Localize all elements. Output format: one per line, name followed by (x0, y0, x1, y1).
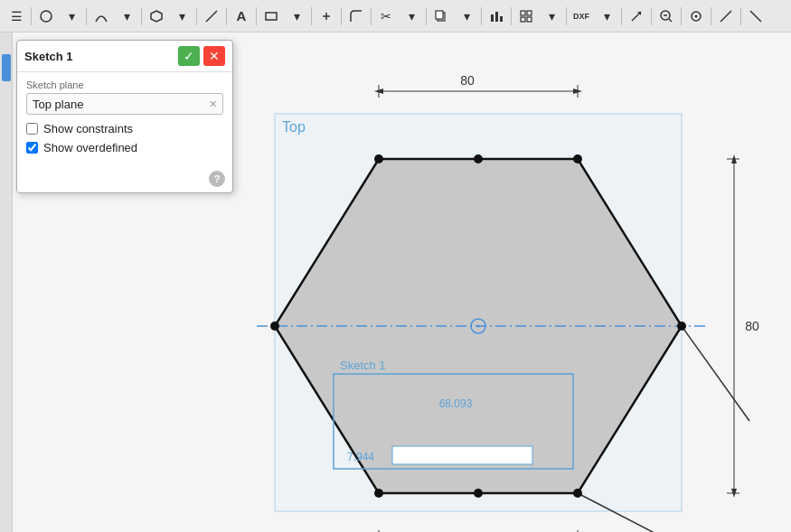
sketch-box-label: Sketch 1 (340, 359, 386, 372)
toolbar: ☰ ▾ ▾ ▾ A ▾ (0, 0, 791, 33)
value-7: 7.944 (347, 451, 374, 463)
dropdown-arrow-1[interactable]: ▾ (59, 4, 84, 29)
vertex-3 (474, 154, 483, 163)
svg-rect-9 (495, 12, 498, 22)
sketch-plane-value: Top plane (33, 98, 210, 111)
show-constraints-row: Show constraints (26, 122, 223, 135)
polygon-tool[interactable] (144, 4, 169, 29)
sketch-panel: Sketch 1 ✓ ✕ Sketch plane Top plane × Sh… (16, 40, 233, 193)
sketch-plane-field[interactable]: Top plane × (26, 93, 223, 115)
dxf-tool[interactable]: DXF (569, 4, 594, 29)
dropdown-arrow-3[interactable]: ▾ (169, 4, 194, 29)
vertex-7 (374, 489, 383, 498)
view-label: Top (282, 119, 306, 135)
separator-11 (481, 7, 482, 25)
vertex-6 (474, 489, 483, 498)
line-tool[interactable] (199, 4, 224, 29)
separator-3 (141, 7, 142, 25)
panel-body: Sketch plane Top plane × Show constraint… (17, 72, 232, 167)
copy-tool[interactable] (428, 4, 454, 29)
slash-tool[interactable] (713, 4, 739, 29)
menu-icon[interactable]: ☰ (4, 4, 29, 29)
left-sidebar (0, 33, 13, 532)
show-overdefined-checkbox[interactable] (26, 142, 38, 154)
panel-header: Sketch 1 ✓ ✕ (17, 41, 232, 72)
text-tool[interactable]: A (229, 4, 254, 29)
separator-1 (31, 7, 32, 25)
diagonal-line-tool[interactable] (743, 4, 768, 29)
separator-18 (740, 7, 741, 25)
bar-chart-tool[interactable] (484, 4, 509, 29)
dim-top-value: 80 (460, 73, 475, 88)
svg-rect-12 (527, 11, 532, 15)
dim-right-value: 80 (745, 319, 759, 333)
value-input-box[interactable] (392, 446, 532, 464)
constraint-arrow-tool[interactable] (624, 4, 649, 29)
svg-line-23 (750, 11, 761, 22)
arc-tool[interactable] (89, 4, 114, 29)
dropdown-arrow-4[interactable]: ▾ (284, 4, 309, 29)
vertex-4 (677, 322, 686, 331)
svg-line-2 (206, 11, 217, 22)
svg-line-22 (720, 11, 731, 22)
trim-tool[interactable]: ✂ (373, 4, 399, 29)
separator-16 (681, 7, 682, 25)
panel-footer: ? (17, 167, 232, 192)
dropdown-arrow-8[interactable]: ▾ (594, 4, 619, 29)
value-68: 68.093 (439, 397, 473, 410)
separator-15 (651, 7, 652, 25)
svg-rect-13 (521, 17, 525, 22)
svg-rect-14 (527, 17, 532, 22)
vertex-1 (374, 154, 383, 163)
center-dot (477, 325, 480, 328)
help-icon[interactable]: ? (209, 171, 225, 187)
vertex-8 (270, 322, 279, 331)
show-overdefined-label[interactable]: Show overdefined (43, 141, 137, 154)
panel-buttons: ✓ ✕ (178, 46, 225, 66)
separator-8 (341, 7, 342, 25)
panel-title: Sketch 1 (24, 50, 72, 63)
vertex-5 (573, 489, 582, 498)
svg-line-18 (669, 19, 672, 22)
dropdown-arrow-7[interactable]: ▾ (539, 4, 564, 29)
vertex-2 (573, 154, 582, 163)
separator-7 (311, 7, 312, 25)
separator-17 (711, 7, 711, 25)
dropdown-arrow-6[interactable]: ▾ (454, 4, 479, 29)
separator-2 (86, 7, 87, 25)
construction-line-2 (682, 326, 749, 421)
show-overdefined-row: Show overdefined (26, 141, 223, 154)
fillet-tool[interactable] (344, 4, 369, 29)
svg-rect-11 (521, 11, 525, 15)
grid-tool[interactable] (513, 4, 539, 29)
show-constraints-label[interactable]: Show constraints (43, 122, 133, 135)
svg-rect-10 (500, 16, 503, 22)
dropdown-arrow-5[interactable]: ▾ (399, 4, 424, 29)
show-constraints-checkbox[interactable] (26, 123, 38, 135)
svg-rect-8 (491, 14, 494, 22)
ok-button[interactable]: ✓ (178, 46, 200, 66)
sketch-plane-clear[interactable]: × (210, 97, 217, 111)
separator-4 (196, 7, 197, 25)
svg-rect-3 (266, 13, 277, 20)
dropdown-arrow-2[interactable]: ▾ (114, 4, 139, 29)
toolbar-group-1: ☰ ▾ ▾ ▾ A ▾ (4, 4, 768, 29)
sketch-plane-label: Sketch plane (26, 79, 223, 90)
separator-6 (256, 7, 257, 25)
svg-point-21 (695, 14, 698, 17)
separator-13 (566, 7, 567, 25)
circle-tool[interactable] (33, 4, 59, 29)
sidebar-handle[interactable] (2, 54, 11, 81)
svg-marker-1 (151, 11, 162, 22)
separator-9 (371, 7, 372, 25)
separator-10 (426, 7, 427, 25)
circle-crosshair-tool[interactable] (683, 4, 709, 29)
rect-tool[interactable] (259, 4, 284, 29)
svg-rect-7 (436, 11, 443, 19)
separator-14 (621, 7, 622, 25)
separator-5 (226, 7, 227, 25)
cancel-button[interactable]: ✕ (203, 46, 225, 66)
svg-point-0 (41, 11, 52, 22)
zoom-in-tool[interactable] (654, 4, 679, 29)
point-tool[interactable] (314, 4, 339, 29)
